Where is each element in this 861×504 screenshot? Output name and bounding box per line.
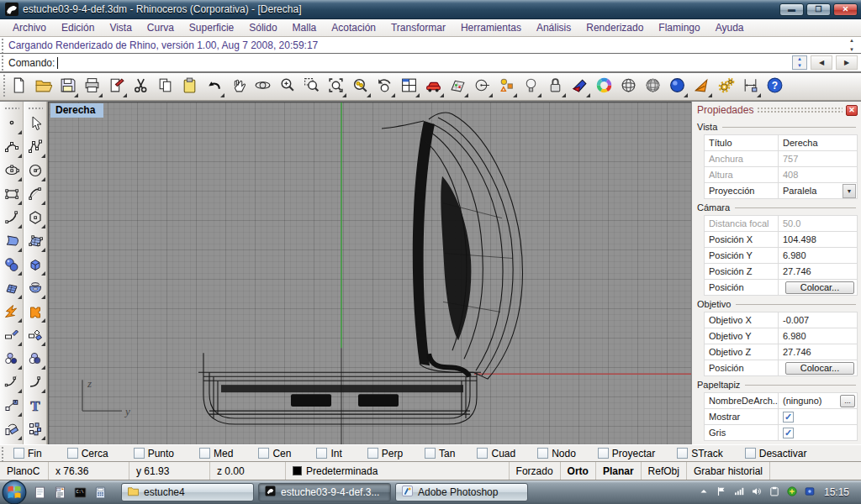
osnap-perp-checkbox[interactable] <box>367 448 378 459</box>
osnap-cen[interactable]: Cen <box>255 448 294 459</box>
toolbar-select-arrow-button[interactable] <box>24 113 46 136</box>
quicklaunch-cmd-button[interactable]: C:\ <box>71 483 89 501</box>
toolbar-shade-view-button[interactable] <box>568 75 592 99</box>
toolbar-text-button[interactable]: T <box>24 395 46 418</box>
history-scroll-up-icon[interactable]: ▲ <box>849 38 859 43</box>
toolbar-corner-curve-button[interactable] <box>1 207 23 230</box>
toolbar-zoom-window-button[interactable] <box>299 75 324 99</box>
menu-analisis[interactable]: Análisis <box>529 20 578 35</box>
osnap-proyectar-checkbox[interactable] <box>598 448 609 459</box>
toolbar-single-point-button[interactable] <box>1 113 23 136</box>
toolbar-lock-button[interactable] <box>543 75 568 99</box>
toolbar-render-display-button[interactable] <box>665 75 689 99</box>
osnap-tan-checkbox[interactable] <box>425 448 436 459</box>
toolbar-pan-hand-button[interactable] <box>226 75 251 99</box>
taskbar-button-1[interactable]: estuche03-9-4-def.3... <box>258 483 391 501</box>
toolbar-surface-patch-button[interactable] <box>24 230 46 254</box>
toolbar-extend-curve-button[interactable] <box>1 371 23 395</box>
toolbar-arc-button[interactable] <box>24 183 46 207</box>
property-value[interactable]: Colocar... <box>779 362 857 375</box>
toolbar-boolean-puzzle-button[interactable] <box>24 301 46 324</box>
menu-transformar[interactable]: Transformar <box>383 20 453 35</box>
side-toolbar-grip[interactable] <box>4 107 19 111</box>
osnap-cuad[interactable]: Cuad <box>473 448 519 459</box>
network-icon[interactable] <box>733 486 745 500</box>
toolbar-render-preview-button[interactable] <box>689 75 714 99</box>
toolbar-help-button[interactable]: ? <box>763 75 787 99</box>
toolbar-undo-view-button[interactable] <box>372 75 397 99</box>
osnap-proyectar[interactable]: Proyectar <box>594 448 658 459</box>
toolbar-mesh-plane-button[interactable] <box>1 277 23 301</box>
property-value[interactable]: -0.007 <box>779 315 857 325</box>
menu-malla[interactable]: Malla <box>285 20 325 35</box>
menu-acotacion[interactable]: Acotación <box>324 20 383 35</box>
menu-edicion[interactable]: Edición <box>54 20 102 35</box>
command-prev-button[interactable]: ◀ <box>811 55 832 70</box>
toolbar-zoom-selected-button[interactable] <box>348 75 372 99</box>
projection-dropdown-button[interactable]: ▼ <box>843 184 856 198</box>
colocar-button[interactable]: Colocar... <box>785 281 854 294</box>
mostrar-checkbox[interactable]: ✓ <box>783 412 794 423</box>
osnap-strack[interactable]: STrack <box>673 448 726 459</box>
property-value[interactable]: Paralela▼ <box>779 184 857 198</box>
toolbar-sphere-button[interactable] <box>1 254 23 277</box>
toolbar-copy-button[interactable] <box>153 75 177 99</box>
toolbar-circle-button[interactable] <box>24 160 46 183</box>
status-toggle-planar[interactable]: Planar <box>596 462 642 480</box>
action-flag-icon[interactable] <box>716 486 727 500</box>
start-button[interactable] <box>2 481 27 503</box>
toolbar-polyline-button[interactable] <box>24 136 46 160</box>
gris-checkbox[interactable]: ✓ <box>783 428 794 438</box>
status-toggle-grabar-historial[interactable]: Grabar historial <box>687 462 770 480</box>
osnap-nodo-checkbox[interactable] <box>537 448 548 459</box>
tray-app-green-icon[interactable] <box>786 486 798 500</box>
osnap-perp[interactable]: Perp <box>364 448 406 459</box>
command-next-button[interactable]: ▶ <box>836 55 858 70</box>
osnap-fin[interactable]: Fin <box>10 448 45 459</box>
viewport-derecha[interactable]: Derecha z y <box>48 102 691 444</box>
osnap-fin-checkbox[interactable] <box>13 448 24 459</box>
status-toggle-forzado[interactable]: Forzado <box>510 462 561 480</box>
osnap-med-checkbox[interactable] <box>199 448 210 459</box>
colocar-button[interactable]: Colocar... <box>785 362 854 375</box>
status-cplane-button[interactable]: PlanoC <box>0 462 49 480</box>
toolbar-dimension-button[interactable] <box>738 75 763 99</box>
command-spinner[interactable]: ▲▼ <box>792 55 807 70</box>
osnap-cerca[interactable]: Cerca <box>64 448 112 459</box>
quicklaunch-notepad-button[interactable] <box>30 483 49 501</box>
status-toggle-orto[interactable]: Orto <box>561 462 596 480</box>
quicklaunch-wordpad-button[interactable] <box>50 483 69 501</box>
property-value[interactable]: 6.980 <box>779 250 857 260</box>
toolbar-zoom-dynamic-button[interactable] <box>275 75 299 99</box>
viewport-title-label[interactable]: Derecha <box>50 103 103 118</box>
toolbar-light-button[interactable] <box>519 75 543 99</box>
toolbar-box-button[interactable] <box>24 254 46 277</box>
taskbar-button-2[interactable]: Adobe Photoshop <box>395 483 528 501</box>
osnap-tan[interactable]: Tan <box>421 448 458 459</box>
toolbar-markup-pen-button[interactable] <box>104 75 129 99</box>
side-toolbar-grip[interactable] <box>28 107 43 111</box>
taskbar-clock[interactable]: 15:15 <box>819 486 856 498</box>
toolbar-paste-button[interactable] <box>177 75 202 99</box>
osnap-strack-checkbox[interactable] <box>677 448 688 459</box>
menu-ayuda[interactable]: Ayuda <box>708 20 752 35</box>
property-value[interactable]: 6.980 <box>779 331 857 341</box>
toolbar-trim-button[interactable] <box>1 324 23 348</box>
toolbar-viewport-layout-button[interactable] <box>397 75 421 99</box>
toolbar-new-file-button[interactable] <box>7 75 31 99</box>
property-value[interactable]: 104.498 <box>779 234 857 244</box>
toolbar-rectangle-button[interactable] <box>1 183 23 207</box>
toolbar-undo-button[interactable] <box>202 75 226 99</box>
toolbar-move-button[interactable] <box>1 395 23 418</box>
osnap-cen-checkbox[interactable] <box>258 448 269 459</box>
property-value[interactable]: Colocar... <box>779 281 857 294</box>
restore-button[interactable]: ❐ <box>806 3 831 16</box>
toolbar-control-curve-button[interactable] <box>1 136 23 160</box>
properties-panel-grip[interactable] <box>757 107 843 113</box>
property-value[interactable]: (ninguno)... <box>779 395 857 407</box>
toolbar-ellipse-button[interactable] <box>1 160 23 183</box>
toolbar-cut-button[interactable] <box>129 75 153 99</box>
status-toggle-refobj[interactable]: RefObj <box>642 462 687 480</box>
property-value[interactable]: Derecha <box>779 138 857 148</box>
osnap-int-checkbox[interactable] <box>316 448 327 459</box>
